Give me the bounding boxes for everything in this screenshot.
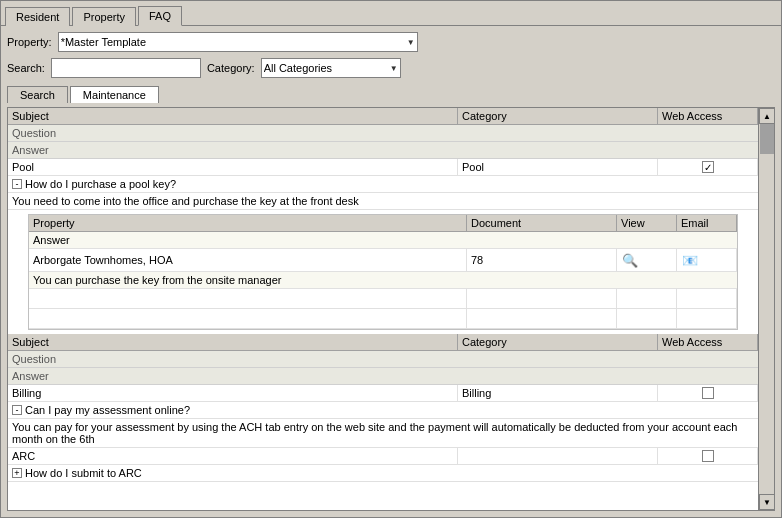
sub-view-header: View [617, 215, 677, 231]
sub-document-header: Document [467, 215, 617, 231]
sub-email-header: Email [677, 215, 737, 231]
pool-webaccess: ✓ [658, 159, 758, 175]
pool-category: Pool [458, 159, 658, 175]
sub-table: Property Document View Email Answer Arbo… [28, 214, 738, 330]
content-area: Property: *Master Template Search: Categ… [1, 26, 781, 517]
section2-data-row: Billing Billing [8, 385, 758, 402]
sub-document-num: 78 [467, 249, 617, 271]
property-row: Property: *Master Template [7, 32, 775, 52]
billing-answer-text: You can pay for your assessment by using… [8, 419, 758, 448]
tab-bar: Resident Property FAQ [1, 1, 781, 26]
arc-category [458, 448, 658, 464]
email-icon: 📧 [682, 253, 698, 268]
pool-question-text: How do I purchase a pool key? [25, 178, 176, 190]
subject-header-2: Subject [8, 334, 458, 350]
section1-header: Subject Category Web Access [8, 108, 758, 125]
pool-answer-text: You need to come into the office and pur… [8, 193, 758, 210]
main-panel: Subject Category Web Access Question Ans… [7, 107, 775, 511]
billing-subject: Billing [8, 385, 458, 401]
webaccess-header: Web Access [658, 108, 758, 124]
category-header: Category [458, 108, 658, 124]
question-label-2: Question [8, 351, 758, 368]
sub-empty-row-1 [29, 289, 737, 309]
answer-label-1: Answer [8, 142, 758, 159]
expand-button-1[interactable]: - [12, 179, 22, 189]
billing-category: Billing [458, 385, 658, 401]
pool-subject: Pool [8, 159, 458, 175]
scroll-down-button[interactable]: ▼ [759, 494, 775, 510]
search-label: Search: [7, 62, 45, 74]
email-button[interactable]: 📧 [681, 251, 699, 269]
main-window: Resident Property FAQ Property: *Master … [0, 0, 782, 518]
magnify-icon: 🔍 [622, 253, 638, 268]
sub-empty-row-2 [29, 309, 737, 329]
sub-property-header: Property [29, 215, 467, 231]
arc-webaccess [658, 448, 758, 464]
sub-tab-bar: Search Maintenance [7, 86, 775, 103]
sub-answer-label: Answer [29, 232, 737, 249]
section2-header: Subject Category Web Access [8, 334, 758, 351]
category-header-2: Category [458, 334, 658, 350]
sub-email-cell: 📧 [677, 249, 737, 271]
subject-header: Subject [8, 108, 458, 124]
scroll-up-button[interactable]: ▲ [759, 108, 775, 124]
arc-question-row: + How do I submit to ARC [8, 465, 758, 482]
search-row: Search: Category: All Categories [7, 58, 775, 78]
arc-checkbox[interactable] [702, 450, 714, 462]
expand-button-3[interactable]: + [12, 468, 22, 478]
webaccess-header-2: Web Access [658, 334, 758, 350]
tab-property[interactable]: Property [72, 7, 136, 26]
arc-subject: ARC [8, 448, 458, 464]
property-label: Property: [7, 36, 52, 48]
arc-question-text: How do I submit to ARC [25, 467, 142, 479]
search-input[interactable] [51, 58, 201, 78]
pool-question-row: - How do I purchase a pool key? [8, 176, 758, 193]
sub-answer-text: You can purchase the key from the onsite… [29, 272, 737, 289]
sub-data-row-1: Arborgate Townhomes, HOA 78 🔍 📧 [29, 249, 737, 272]
property-select[interactable]: *Master Template [58, 32, 418, 52]
billing-webaccess [658, 385, 758, 401]
pool-checkbox[interactable]: ✓ [702, 161, 714, 173]
arc-data-row: ARC [8, 448, 758, 465]
billing-question-row: - Can I pay my assessment online? [8, 402, 758, 419]
faq-content: Subject Category Web Access Question Ans… [8, 108, 758, 482]
sub-view-cell: 🔍 [617, 249, 677, 271]
property-select-wrapper: *Master Template [58, 32, 418, 52]
expand-button-2[interactable]: - [12, 405, 22, 415]
scrollbar-thumb[interactable] [760, 124, 774, 154]
sub-tab-search[interactable]: Search [7, 86, 68, 103]
section1-data-row: Pool Pool ✓ [8, 159, 758, 176]
question-label-1: Question [8, 125, 758, 142]
category-select-wrapper: All Categories [261, 58, 401, 78]
sub-property-name: Arborgate Townhomes, HOA [29, 249, 467, 271]
sub-tab-maintenance[interactable]: Maintenance [70, 86, 159, 103]
billing-checkbox[interactable] [702, 387, 714, 399]
category-label: Category: [207, 62, 255, 74]
tab-faq[interactable]: FAQ [138, 6, 182, 26]
billing-question-text: Can I pay my assessment online? [25, 404, 190, 416]
sub-table-header: Property Document View Email [29, 215, 737, 232]
scrollbar-track: ▲ ▼ [758, 108, 774, 510]
magnify-button[interactable]: 🔍 [621, 251, 639, 269]
answer-label-2: Answer [8, 368, 758, 385]
tab-resident[interactable]: Resident [5, 7, 70, 26]
category-select[interactable]: All Categories [261, 58, 401, 78]
